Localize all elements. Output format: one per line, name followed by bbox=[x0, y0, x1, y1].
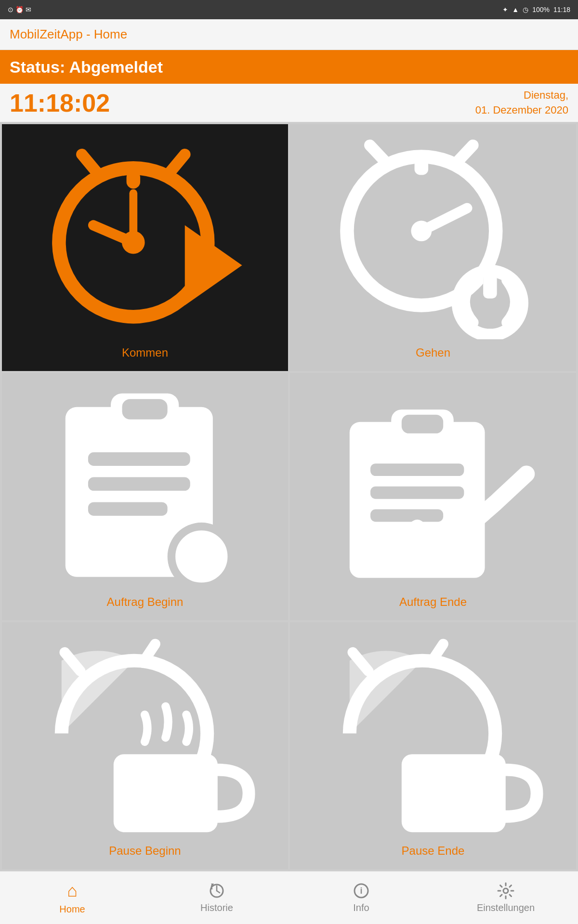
current-time: 11:18:02 bbox=[10, 89, 110, 117]
history-icon bbox=[208, 882, 225, 899]
tile-gehen[interactable]: Gehen bbox=[290, 124, 576, 371]
svg-rect-36 bbox=[402, 754, 506, 832]
tile-pause-ende-label: Pause Ende bbox=[402, 844, 465, 858]
status-bar-left: ⊙ ⏰ ✉ bbox=[8, 6, 31, 13]
status-banner: Status: Abgemeldet bbox=[0, 50, 578, 84]
nav-einstellungen[interactable]: Einstellungen bbox=[434, 882, 578, 913]
tile-auftrag-beginn[interactable]: Auftrag Beginn bbox=[2, 373, 288, 620]
settings-icon bbox=[497, 882, 514, 899]
svg-line-9 bbox=[370, 145, 387, 163]
svg-rect-3 bbox=[127, 170, 141, 189]
svg-rect-29 bbox=[370, 487, 464, 499]
home-icon: ⌂ bbox=[67, 881, 78, 901]
svg-rect-19 bbox=[122, 399, 168, 419]
svg-line-2 bbox=[168, 154, 185, 175]
status-bar: ⊙ ⏰ ✉ ✦ ▲ ◷ 100% 11:18 bbox=[0, 0, 578, 19]
time-display: 11:18 bbox=[553, 6, 570, 13]
tile-pause-ende[interactable]: Pause Ende bbox=[290, 622, 576, 869]
wifi-icon: ▲ bbox=[512, 6, 519, 13]
notification-icons: ⊙ ⏰ ✉ bbox=[8, 6, 31, 13]
app-title: MobilZeitApp - Home bbox=[10, 27, 127, 42]
status-bar-right: ✦ ▲ ◷ 100% 11:18 bbox=[502, 6, 570, 13]
app-header: MobilZeitApp - Home bbox=[0, 19, 578, 50]
svg-line-13 bbox=[421, 208, 467, 231]
tile-pause-beginn[interactable]: Pause Beginn bbox=[2, 622, 288, 869]
bottom-nav: ⌂ Home Historie i Info bbox=[0, 871, 578, 924]
tile-auftrag-ende-label: Auftrag Ende bbox=[399, 595, 467, 609]
tile-auftrag-ende[interactable]: Auftrag Ende bbox=[290, 373, 576, 620]
tile-auftrag-beginn-label: Auftrag Beginn bbox=[107, 595, 184, 609]
svg-rect-28 bbox=[370, 463, 464, 476]
nav-info[interactable]: i Info bbox=[289, 882, 434, 913]
grid: Kommen Gehen bbox=[0, 122, 578, 871]
tile-kommen-label: Kommen bbox=[122, 346, 168, 359]
nav-home[interactable]: ⌂ Home bbox=[0, 881, 144, 915]
svg-rect-33 bbox=[114, 754, 218, 832]
status-text: Status: Abgemeldet bbox=[10, 58, 163, 77]
time-date-row: 11:18:02 Dienstag, 01. Dezember 2020 bbox=[0, 84, 578, 122]
bluetooth-icon: ✦ bbox=[502, 6, 508, 13]
svg-point-24 bbox=[177, 532, 227, 582]
svg-line-1 bbox=[82, 154, 99, 175]
alarm-icon: ◷ bbox=[523, 6, 528, 13]
tile-pause-beginn-label: Pause Beginn bbox=[109, 844, 181, 858]
tile-gehen-label: Gehen bbox=[416, 346, 450, 359]
date-line2: 01. Dezember 2020 bbox=[475, 103, 568, 118]
nav-historie[interactable]: Historie bbox=[144, 882, 289, 913]
battery-text: 100% bbox=[532, 6, 550, 13]
current-date: Dienstag, 01. Dezember 2020 bbox=[475, 88, 568, 118]
info-icon: i bbox=[353, 882, 370, 899]
svg-rect-30 bbox=[370, 510, 443, 522]
date-line1: Dienstag, bbox=[475, 88, 568, 103]
svg-rect-21 bbox=[88, 477, 190, 491]
tile-kommen[interactable]: Kommen bbox=[2, 124, 288, 371]
nav-einstellungen-label: Einstellungen bbox=[477, 902, 535, 913]
svg-point-43 bbox=[503, 888, 508, 893]
nav-historie-label: Historie bbox=[200, 902, 233, 913]
svg-rect-20 bbox=[88, 452, 190, 466]
svg-line-10 bbox=[456, 145, 473, 163]
nav-info-label: Info bbox=[353, 902, 369, 913]
svg-line-39 bbox=[217, 891, 220, 893]
svg-text:i: i bbox=[360, 886, 362, 896]
svg-rect-27 bbox=[402, 415, 443, 434]
svg-rect-16 bbox=[484, 271, 498, 298]
svg-rect-22 bbox=[88, 502, 168, 516]
svg-rect-11 bbox=[415, 159, 429, 175]
nav-home-label: Home bbox=[59, 904, 85, 915]
svg-rect-25 bbox=[350, 422, 485, 578]
